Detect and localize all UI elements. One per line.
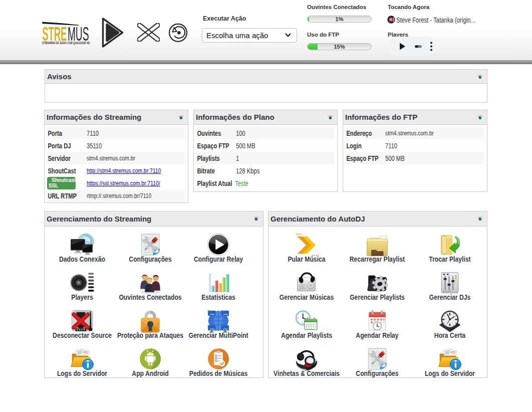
svg-text:STREAMING DE ÁUDIO COM QUALIDA: STREAMING DE ÁUDIO COM QUALIDADE HD xyxy=(42,41,90,45)
